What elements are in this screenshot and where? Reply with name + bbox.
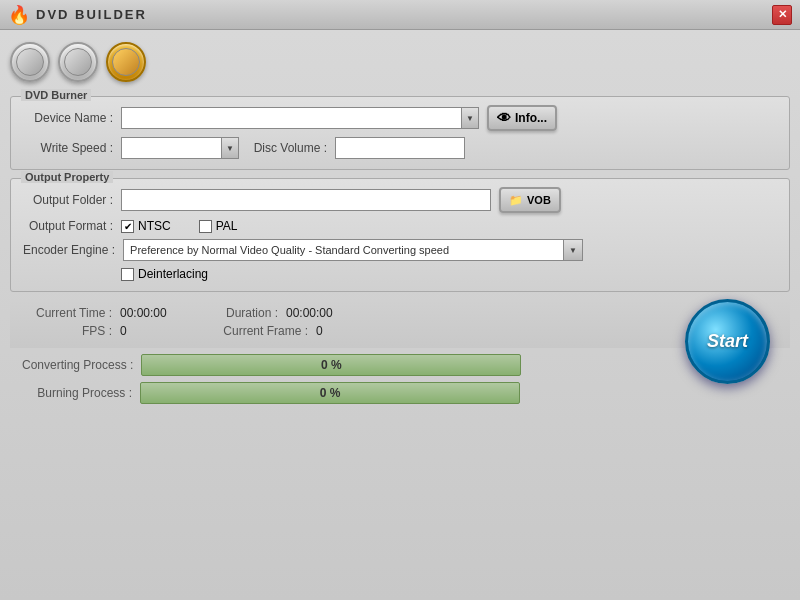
ntsc-checkbox-wrap[interactable]: ✔ NTSC — [121, 219, 171, 233]
deinterlacing-checkbox[interactable] — [121, 268, 134, 281]
device-name-dropdown-wrap: ▼ — [121, 107, 479, 129]
close-button[interactable]: ✕ — [772, 5, 792, 25]
app-title: DVD BUILDER — [36, 7, 147, 22]
duration-label: Duration : — [208, 306, 278, 320]
ntsc-checkbox[interactable]: ✔ — [121, 220, 134, 233]
deinterlacing-label: Deinterlacing — [138, 267, 208, 281]
deinterlacing-checkbox-wrap[interactable]: Deinterlacing — [121, 267, 208, 281]
encoder-dropdown-arrow[interactable]: ▼ — [563, 239, 583, 261]
current-frame-label: Current Frame : — [208, 324, 308, 338]
flame-icon: 🔥 — [8, 4, 30, 26]
toolbar-btn-inner-2 — [64, 48, 92, 76]
main-content: DVD Burner Device Name : ▼ 👁 Info... Wri… — [0, 30, 800, 600]
converting-process-row: Converting Process : 0 % — [10, 354, 790, 376]
duration-value: 00:00:00 — [286, 306, 366, 320]
write-speed-dropdown-arrow[interactable]: ▼ — [221, 137, 239, 159]
burning-process-label: Burning Process : — [22, 386, 132, 400]
info-label: Info... — [515, 111, 547, 125]
deinterlacing-row: Deinterlacing — [121, 267, 777, 281]
encoder-dropdown-wrap: Preference by Normal Video Quality - Sta… — [123, 239, 583, 261]
device-name-dropdown-arrow[interactable]: ▼ — [461, 107, 479, 129]
toolbar-button-1[interactable] — [10, 42, 50, 82]
vob-button[interactable]: 📁 VOB — [499, 187, 561, 213]
burning-progress-text: 0 % — [320, 386, 341, 400]
output-property-title: Output Property — [21, 171, 113, 183]
start-button[interactable]: Start — [685, 299, 770, 384]
write-speed-input[interactable] — [121, 137, 221, 159]
output-folder-row: Output Folder : D:\Temp\ 📁 VOB — [23, 187, 777, 213]
pal-label: PAL — [216, 219, 238, 233]
burning-progress-bar: 0 % — [140, 382, 520, 404]
bottom-area: Converting Process : 0 % Burning Process… — [10, 354, 790, 404]
output-property-section: Output Property Output Folder : D:\Temp\… — [10, 178, 790, 292]
toolbar-btn-inner-3 — [112, 48, 140, 76]
toolbar-button-2[interactable] — [58, 42, 98, 82]
status-row-1: Current Time : 00:00:00 Duration : 00:00… — [22, 306, 778, 320]
converting-progress-bar: 0 % — [141, 354, 521, 376]
disc-volume-label: Disc Volume : — [247, 141, 327, 155]
dvd-burner-section: DVD Burner Device Name : ▼ 👁 Info... Wri… — [10, 96, 790, 170]
encoder-engine-row: Encoder Engine : Preference by Normal Vi… — [23, 239, 777, 261]
current-time-label: Current Time : — [22, 306, 112, 320]
device-name-input[interactable] — [121, 107, 461, 129]
pal-checkbox-wrap[interactable]: PAL — [199, 219, 238, 233]
toolbar-button-3[interactable] — [106, 42, 146, 82]
disc-volume-input[interactable]: DVD_DISC — [335, 137, 465, 159]
start-button-label: Start — [707, 331, 748, 352]
current-time-value: 00:00:00 — [120, 306, 200, 320]
info-button[interactable]: 👁 Info... — [487, 105, 557, 131]
pal-checkbox[interactable] — [199, 220, 212, 233]
current-frame-value: 0 — [316, 324, 396, 338]
device-name-label: Device Name : — [23, 111, 113, 125]
encoder-engine-label: Encoder Engine : — [23, 243, 115, 257]
toolbar-btn-inner-1 — [16, 48, 44, 76]
fps-value: 0 — [120, 324, 200, 338]
ntsc-label: NTSC — [138, 219, 171, 233]
fps-label: FPS : — [22, 324, 112, 338]
eye-icon: 👁 — [497, 110, 511, 126]
dvd-burner-title: DVD Burner — [21, 89, 91, 101]
status-area: Current Time : 00:00:00 Duration : 00:00… — [10, 300, 790, 348]
title-bar: 🔥 DVD BUILDER ✕ — [0, 0, 800, 30]
output-folder-input[interactable]: D:\Temp\ — [121, 189, 491, 211]
write-speed-dropdown-wrap: ▼ — [121, 137, 239, 159]
folder-icon: 📁 — [509, 194, 523, 207]
vob-label: VOB — [527, 194, 551, 206]
status-row-2: FPS : 0 Current Frame : 0 — [22, 324, 778, 338]
burning-process-row: Burning Process : 0 % — [10, 382, 790, 404]
device-name-row: Device Name : ▼ 👁 Info... — [23, 105, 777, 131]
encoder-field[interactable]: Preference by Normal Video Quality - Sta… — [123, 239, 563, 261]
write-speed-label: Write Speed : — [23, 141, 113, 155]
output-folder-label: Output Folder : — [23, 193, 113, 207]
toolbar — [10, 38, 790, 86]
converting-process-label: Converting Process : — [22, 358, 133, 372]
converting-progress-text: 0 % — [321, 358, 342, 372]
output-format-label: Output Format : — [23, 219, 113, 233]
write-speed-row: Write Speed : ▼ Disc Volume : DVD_DISC — [23, 137, 777, 159]
output-format-row: Output Format : ✔ NTSC PAL — [23, 219, 777, 233]
